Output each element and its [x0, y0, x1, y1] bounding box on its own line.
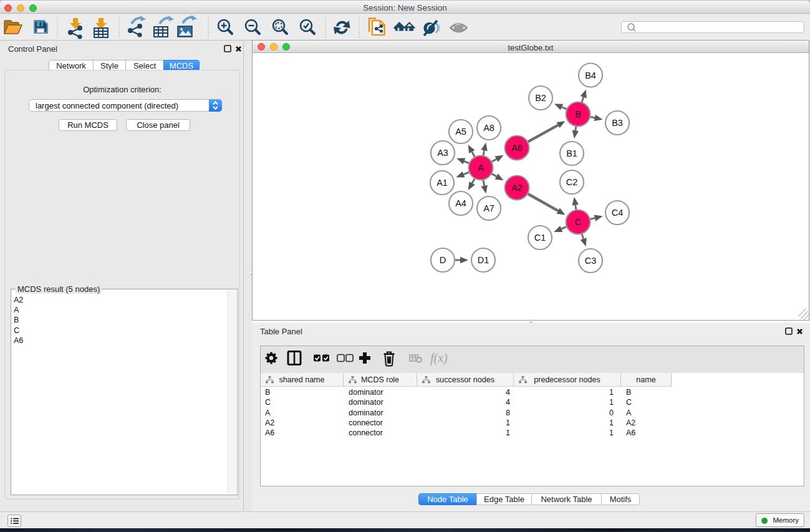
svg-text:A5: A5	[455, 127, 466, 137]
svg-text:C3: C3	[585, 256, 597, 266]
svg-text:A3: A3	[437, 148, 448, 158]
svg-text:C: C	[575, 217, 581, 227]
svg-text:f(x): f(x)	[430, 351, 448, 365]
svg-text:A7: A7	[483, 203, 494, 213]
svg-text:A: A	[478, 163, 484, 173]
svg-text:B: B	[575, 109, 581, 119]
svg-text:C4: C4	[612, 208, 624, 218]
svg-text:A8: A8	[483, 123, 494, 133]
svg-text:D: D	[440, 255, 446, 265]
svg-text:A4: A4	[455, 198, 466, 208]
svg-text:A6: A6	[511, 143, 523, 153]
svg-text:D1: D1	[478, 255, 489, 265]
svg-text:B2: B2	[535, 93, 546, 103]
svg-text:A2: A2	[511, 183, 523, 193]
svg-text:A1: A1	[436, 178, 448, 188]
svg-text:B3: B3	[612, 118, 623, 128]
svg-text:C1: C1	[534, 233, 546, 243]
svg-text:B4: B4	[585, 70, 596, 80]
svg-text:C2: C2	[566, 177, 578, 187]
svg-text:B1: B1	[566, 148, 577, 158]
